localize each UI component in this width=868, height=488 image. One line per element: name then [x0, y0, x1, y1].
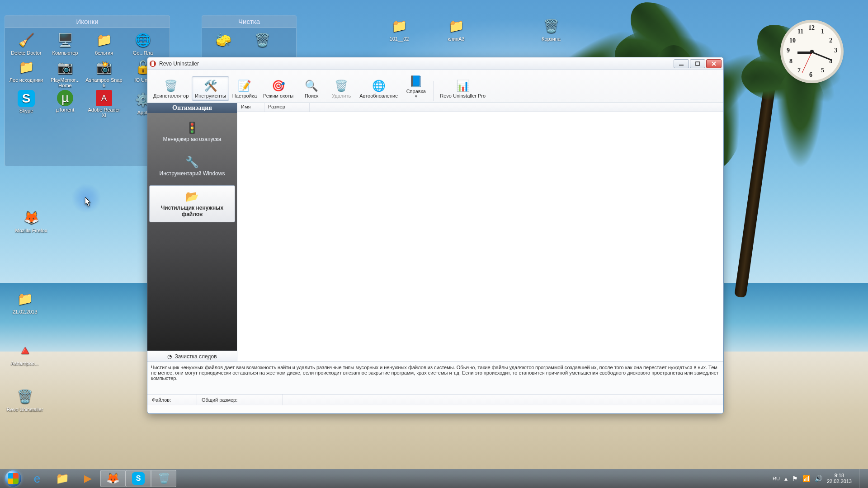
taskbar-firefox[interactable]: 🦊 — [100, 470, 126, 487]
desktop-icon[interactable]: 🧹Delete Doctor — [8, 30, 45, 56]
icon-label: µTorrent — [56, 107, 75, 113]
desktop-icon[interactable]: 📸Ashampoo Snap 6 — [85, 57, 123, 88]
icon-label: 101__02 — [390, 36, 409, 42]
desktop-icon-folder[interactable]: 📁21.02.2013 — [6, 289, 43, 314]
globe-icon: 🌐 — [372, 79, 386, 93]
icon-label: бельгия — [95, 50, 113, 56]
tray-volume-icon[interactable]: 🔊 — [815, 475, 822, 482]
toolbar-hunter-mode[interactable]: 🎯Режим охоты — [260, 76, 297, 101]
toolbar-label: Автообновление — [359, 93, 398, 99]
desktop-icon-revo[interactable]: 🗑️Revo Uninstaller — [6, 387, 43, 412]
settings-icon: 📝 — [237, 79, 252, 93]
desktop-icon[interactable]: µµTorrent — [47, 90, 84, 118]
toolbar-uninstaller[interactable]: 🗑️Деинсталлятор — [150, 76, 192, 101]
toolbar-settings[interactable]: 📝Настройка — [229, 76, 260, 101]
svg-rect-1 — [151, 61, 154, 66]
toolbar-tools[interactable]: 🛠️Инструменты — [192, 76, 229, 101]
desktop-icon[interactable]: 🌐Go...Пла — [124, 30, 161, 56]
status-files: Файлов: — [147, 394, 197, 405]
desktop-icon[interactable]: 📁Лес исходники — [8, 57, 45, 88]
play-icon: ▶ — [84, 473, 92, 484]
fence-icons[interactable]: Иконки 🧹Delete Doctor 🖥️Компьютер 📁бельг… — [5, 15, 170, 166]
adobe-icon: A — [96, 90, 112, 106]
system-tray[interactable]: RU ▴ ⚑ 📶 🔊 9:18 22.02.2013 — [773, 469, 866, 488]
show-desktop-button[interactable] — [859, 469, 863, 488]
fence-icons-title: Иконки — [5, 16, 170, 28]
tray-chevron-icon[interactable]: ▴ — [784, 475, 788, 482]
toolbar-autoupdate[interactable]: 🌐Автообновление — [356, 76, 401, 101]
desktop-icon[interactable]: 🖥️Компьютер — [47, 30, 84, 56]
sidebar-item-junk-cleaner[interactable]: 📂Чистильщик ненужных файлов — [149, 185, 235, 222]
toolbar-pro[interactable]: 📊Revo Uninstaller Pro — [437, 76, 489, 101]
status-total-size: Общий размер: — [197, 394, 283, 405]
toolbar-search[interactable]: 🔍Поиск — [297, 76, 326, 101]
tray-clock[interactable]: 9:18 22.02.2013 — [827, 473, 852, 484]
utorrent-icon: µ — [57, 90, 73, 106]
cone-icon: 🔺 — [15, 341, 34, 360]
taskbar-ie[interactable]: e — [24, 470, 50, 487]
column-size[interactable]: Размер — [264, 103, 310, 112]
taskbar-media-player[interactable]: ▶ — [75, 470, 100, 487]
icon-label: Revo Uninstaller — [7, 407, 43, 412]
help-icon: 📘 — [409, 74, 423, 89]
close-button[interactable] — [706, 59, 722, 68]
icon-label: Go...Пла — [133, 50, 153, 56]
taskbar-explorer[interactable]: 📁 — [50, 470, 75, 487]
taskbar-revo[interactable]: 🗑️ — [151, 470, 176, 487]
tray-flag-icon[interactable]: ⚑ — [792, 475, 798, 482]
sidebar-item-windows-tools[interactable]: 🔧Инструментарий Windows — [149, 151, 235, 182]
column-name[interactable]: Имя — [237, 103, 264, 112]
camera-icon: 📸 — [94, 57, 113, 76]
desktop-icon-ashampoo[interactable]: 🔺Ashampoo... — [6, 341, 43, 366]
start-button[interactable] — [2, 470, 24, 487]
desktop-icon-folder-clip[interactable]: 📁клипА3 — [438, 16, 475, 42]
sidebar-footer-tracks[interactable]: ◔Зачистка следов — [147, 351, 237, 361]
fence-clean[interactable]: Чистка 🧽 🗑️ — [202, 15, 297, 59]
toolbar-label: Настройка — [232, 93, 257, 99]
desktop-icon-folder-101[interactable]: 📁101__02 — [381, 16, 418, 42]
ccleaner-icon: 🧽 — [214, 30, 233, 49]
sidebar-item-autostart[interactable]: 🚦Менеджер автозапуска — [149, 117, 235, 147]
desktop-icon[interactable]: 🧽 — [205, 30, 242, 49]
icon-label: Mozilla Firefox — [15, 228, 47, 233]
tray-language[interactable]: RU — [773, 476, 780, 481]
column-headers[interactable]: Имя Размер — [237, 103, 723, 112]
desktop-icon-recycle-bin[interactable]: 🗑️Корзина — [533, 16, 570, 42]
titlebar[interactable]: Revo Uninstaller — [147, 57, 723, 70]
minimize-button[interactable] — [674, 59, 689, 68]
skype-icon: S — [18, 90, 35, 107]
toolbar-help[interactable]: 📘Справка▾ — [401, 72, 431, 101]
desktop-icon-firefox[interactable]: 🦊Mozilla Firefox — [13, 208, 50, 233]
desktop-icon[interactable]: SSkype — [8, 90, 45, 118]
skype-icon: S — [132, 472, 145, 485]
camera-icon: 📷 — [56, 57, 75, 76]
recycle-bin-icon: 🗑️ — [542, 16, 561, 35]
tray-date: 22.02.2013 — [827, 479, 852, 484]
traffic-light-icon: 🚦 — [185, 122, 199, 134]
icon-label: Ashampoo Snap 6 — [85, 77, 123, 88]
svg-rect-2 — [679, 65, 684, 66]
file-list[interactable] — [237, 112, 723, 361]
icon-label: Adobe Reader XI — [85, 107, 123, 118]
desktop-clock-gadget[interactable]: 12 3 6 9 1 2 4 5 7 8 10 11 — [783, 23, 841, 80]
firefox-icon: 🦊 — [22, 208, 41, 227]
ie-icon: e — [34, 472, 40, 486]
toolbar-label: Режим охоты — [263, 93, 293, 99]
folder-clean-icon: 📂 — [185, 190, 199, 203]
folder-icon: 📁 — [56, 472, 69, 485]
desktop-icon[interactable]: 📁бельгия — [85, 30, 123, 56]
taskbar[interactable]: e 📁 ▶ 🦊 S 🗑️ RU ▴ ⚑ 📶 🔊 9:18 22.02.2013 — [0, 469, 868, 488]
fence-clean-title: Чистка — [202, 16, 296, 28]
eraser-icon: ◔ — [167, 353, 172, 360]
desktop-icon[interactable]: 📷PlayMemor... Home — [47, 57, 84, 88]
tray-network-icon[interactable]: 📶 — [802, 475, 810, 482]
desktop-icon[interactable]: 🗑️ — [244, 30, 281, 49]
toolbar-label: Поиск — [305, 93, 318, 99]
icon-label: Delete Doctor — [11, 50, 41, 56]
icon-label: Ashampoo... — [11, 361, 39, 366]
maximize-button[interactable] — [690, 59, 705, 68]
uninstaller-icon: 🗑️ — [164, 79, 178, 93]
sidebar-footer-label: Зачистка следов — [175, 353, 217, 360]
desktop-icon[interactable]: AAdobe Reader XI — [85, 90, 123, 118]
taskbar-skype[interactable]: S — [126, 470, 151, 487]
